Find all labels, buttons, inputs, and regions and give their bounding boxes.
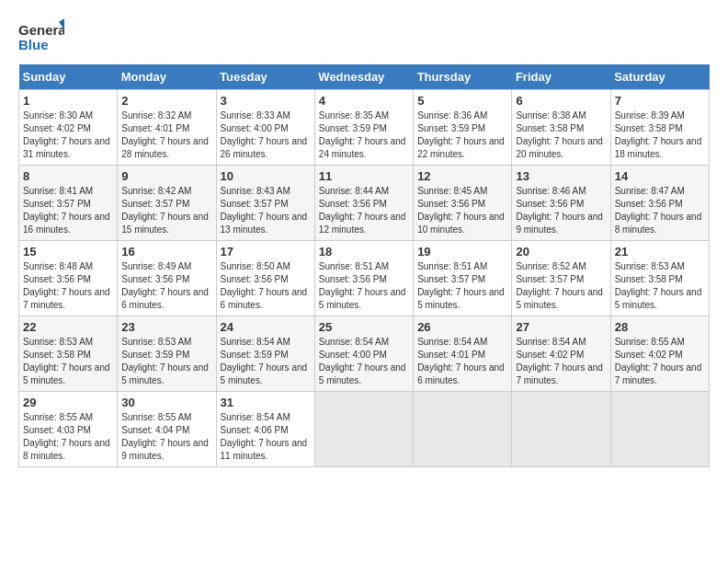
day-cell-30: 30 Sunrise: 8:55 AMSunset: 4:04 PMDaylig… <box>118 392 216 467</box>
day-info: Sunrise: 8:36 AMSunset: 3:59 PMDaylight:… <box>417 110 505 159</box>
day-info: Sunrise: 8:41 AMSunset: 3:57 PMDaylight:… <box>23 186 110 235</box>
calendar-week-4: 22 Sunrise: 8:53 AMSunset: 3:58 PMDaylig… <box>19 316 710 392</box>
logo-svg: General Blue <box>18 18 64 55</box>
day-cell-10: 10 Sunrise: 8:43 AMSunset: 3:57 PMDaylig… <box>216 166 314 241</box>
weekday-header-saturday: Saturday <box>610 64 709 90</box>
day-number: 23 <box>121 320 211 334</box>
weekday-header-thursday: Thursday <box>414 64 512 90</box>
day-cell-5: 5 Sunrise: 8:36 AMSunset: 3:59 PMDayligh… <box>414 90 512 166</box>
day-number: 16 <box>121 245 211 259</box>
day-info: Sunrise: 8:44 AMSunset: 3:56 PMDaylight:… <box>319 186 406 235</box>
day-cell-8: 8 Sunrise: 8:41 AMSunset: 3:57 PMDayligh… <box>19 166 118 241</box>
day-number: 27 <box>516 320 606 334</box>
day-info: Sunrise: 8:32 AMSunset: 4:01 PMDaylight:… <box>121 110 209 159</box>
day-number: 25 <box>319 320 409 334</box>
day-info: Sunrise: 8:54 AMSunset: 4:01 PMDaylight:… <box>417 337 505 385</box>
day-cell-9: 9 Sunrise: 8:42 AMSunset: 3:57 PMDayligh… <box>118 166 216 241</box>
day-cell-27: 27 Sunrise: 8:54 AMSunset: 4:02 PMDaylig… <box>512 316 610 392</box>
weekday-header-monday: Monday <box>118 64 216 90</box>
day-number: 1 <box>23 94 113 108</box>
day-info: Sunrise: 8:39 AMSunset: 3:58 PMDaylight:… <box>615 110 702 159</box>
day-cell-29: 29 Sunrise: 8:55 AMSunset: 4:03 PMDaylig… <box>19 392 118 467</box>
weekday-header-wednesday: Wednesday <box>314 64 413 90</box>
day-cell-28: 28 Sunrise: 8:55 AMSunset: 4:02 PMDaylig… <box>610 316 709 392</box>
calendar-week-2: 8 Sunrise: 8:41 AMSunset: 3:57 PMDayligh… <box>19 166 710 241</box>
day-number: 19 <box>417 245 507 259</box>
calendar-week-1: 1 Sunrise: 8:30 AMSunset: 4:02 PMDayligh… <box>19 90 710 166</box>
day-cell-6: 6 Sunrise: 8:38 AMSunset: 3:58 PMDayligh… <box>512 90 610 166</box>
day-cell-11: 11 Sunrise: 8:44 AMSunset: 3:56 PMDaylig… <box>314 166 413 241</box>
day-info: Sunrise: 8:46 AMSunset: 3:56 PMDaylight:… <box>516 186 603 235</box>
day-number: 10 <box>221 169 311 183</box>
day-number: 5 <box>417 94 507 108</box>
day-cell-12: 12 Sunrise: 8:45 AMSunset: 3:56 PMDaylig… <box>414 166 512 241</box>
svg-text:General: General <box>18 22 64 38</box>
day-cell-15: 15 Sunrise: 8:48 AMSunset: 3:56 PMDaylig… <box>19 241 118 316</box>
day-number: 26 <box>417 320 507 334</box>
day-cell-31: 31 Sunrise: 8:54 AMSunset: 4:06 PMDaylig… <box>216 392 314 467</box>
page-header: General Blue <box>18 18 710 55</box>
day-number: 17 <box>221 245 311 259</box>
day-info: Sunrise: 8:54 AMSunset: 4:02 PMDaylight:… <box>516 337 603 385</box>
day-number: 6 <box>516 94 606 108</box>
calendar-table: SundayMondayTuesdayWednesdayThursdayFrid… <box>18 64 710 467</box>
day-info: Sunrise: 8:51 AMSunset: 3:56 PMDaylight:… <box>319 261 406 310</box>
day-number: 7 <box>615 94 705 108</box>
day-info: Sunrise: 8:45 AMSunset: 3:56 PMDaylight:… <box>417 186 505 235</box>
day-number: 28 <box>615 320 705 334</box>
day-info: Sunrise: 8:30 AMSunset: 4:02 PMDaylight:… <box>23 110 110 159</box>
day-cell-19: 19 Sunrise: 8:51 AMSunset: 3:57 PMDaylig… <box>414 241 512 316</box>
day-info: Sunrise: 8:54 AMSunset: 4:06 PMDaylight:… <box>221 412 308 461</box>
day-number: 15 <box>23 245 113 259</box>
day-info: Sunrise: 8:54 AMSunset: 4:00 PMDaylight:… <box>319 337 406 385</box>
day-cell-20: 20 Sunrise: 8:52 AMSunset: 3:57 PMDaylig… <box>512 241 610 316</box>
day-number: 13 <box>516 169 606 183</box>
day-info: Sunrise: 8:42 AMSunset: 3:57 PMDaylight:… <box>121 186 209 235</box>
day-cell-7: 7 Sunrise: 8:39 AMSunset: 3:58 PMDayligh… <box>610 90 709 166</box>
day-number: 14 <box>615 169 705 183</box>
empty-cell <box>610 392 709 467</box>
day-number: 4 <box>319 94 409 108</box>
day-info: Sunrise: 8:50 AMSunset: 3:56 PMDaylight:… <box>221 261 308 310</box>
day-info: Sunrise: 8:38 AMSunset: 3:58 PMDaylight:… <box>516 110 603 159</box>
day-cell-3: 3 Sunrise: 8:33 AMSunset: 4:00 PMDayligh… <box>216 90 314 166</box>
day-cell-22: 22 Sunrise: 8:53 AMSunset: 3:58 PMDaylig… <box>19 316 118 392</box>
day-info: Sunrise: 8:53 AMSunset: 3:58 PMDaylight:… <box>23 337 110 385</box>
day-cell-26: 26 Sunrise: 8:54 AMSunset: 4:01 PMDaylig… <box>414 316 512 392</box>
day-number: 30 <box>121 396 211 409</box>
calendar-week-5: 29 Sunrise: 8:55 AMSunset: 4:03 PMDaylig… <box>19 392 710 467</box>
day-cell-18: 18 Sunrise: 8:51 AMSunset: 3:56 PMDaylig… <box>314 241 413 316</box>
empty-cell <box>314 392 413 467</box>
day-info: Sunrise: 8:55 AMSunset: 4:02 PMDaylight:… <box>615 337 702 385</box>
empty-cell <box>414 392 512 467</box>
day-number: 31 <box>221 396 311 409</box>
day-info: Sunrise: 8:35 AMSunset: 3:59 PMDaylight:… <box>319 110 406 159</box>
day-cell-21: 21 Sunrise: 8:53 AMSunset: 3:58 PMDaylig… <box>610 241 709 316</box>
weekday-header-friday: Friday <box>512 64 610 90</box>
weekday-header-row: SundayMondayTuesdayWednesdayThursdayFrid… <box>19 64 710 90</box>
day-number: 18 <box>319 245 409 259</box>
day-number: 21 <box>615 245 705 259</box>
svg-text:Blue: Blue <box>18 37 49 52</box>
day-number: 12 <box>417 169 507 183</box>
day-info: Sunrise: 8:53 AMSunset: 3:59 PMDaylight:… <box>121 337 209 385</box>
day-cell-14: 14 Sunrise: 8:47 AMSunset: 3:56 PMDaylig… <box>610 166 709 241</box>
weekday-header-tuesday: Tuesday <box>216 64 314 90</box>
day-info: Sunrise: 8:55 AMSunset: 4:04 PMDaylight:… <box>121 412 209 461</box>
day-info: Sunrise: 8:55 AMSunset: 4:03 PMDaylight:… <box>23 412 110 461</box>
day-info: Sunrise: 8:48 AMSunset: 3:56 PMDaylight:… <box>23 261 110 310</box>
day-cell-25: 25 Sunrise: 8:54 AMSunset: 4:00 PMDaylig… <box>314 316 413 392</box>
day-number: 22 <box>23 320 113 334</box>
day-info: Sunrise: 8:54 AMSunset: 3:59 PMDaylight:… <box>221 337 308 385</box>
day-info: Sunrise: 8:53 AMSunset: 3:58 PMDaylight:… <box>615 261 702 310</box>
day-cell-23: 23 Sunrise: 8:53 AMSunset: 3:59 PMDaylig… <box>118 316 216 392</box>
day-cell-4: 4 Sunrise: 8:35 AMSunset: 3:59 PMDayligh… <box>314 90 413 166</box>
day-number: 9 <box>121 169 211 183</box>
day-number: 24 <box>221 320 311 334</box>
day-info: Sunrise: 8:49 AMSunset: 3:56 PMDaylight:… <box>121 261 209 310</box>
day-cell-1: 1 Sunrise: 8:30 AMSunset: 4:02 PMDayligh… <box>19 90 118 166</box>
day-number: 2 <box>121 94 211 108</box>
day-number: 20 <box>516 245 606 259</box>
day-cell-24: 24 Sunrise: 8:54 AMSunset: 3:59 PMDaylig… <box>216 316 314 392</box>
day-cell-16: 16 Sunrise: 8:49 AMSunset: 3:56 PMDaylig… <box>118 241 216 316</box>
